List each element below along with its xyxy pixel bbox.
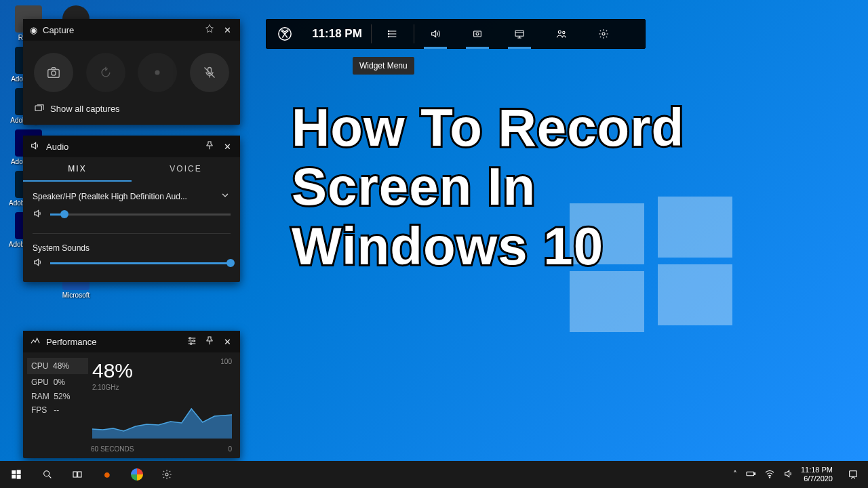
svg-rect-26	[747, 472, 754, 475]
taskbar-clock[interactable]: 11:18 PM 6/7/2020	[801, 466, 838, 483]
widget-menu-tooltip: Widget Menu	[353, 57, 414, 75]
system-sounds-label: System Sounds	[23, 237, 240, 253]
settings-button[interactable]	[583, 19, 625, 49]
record-last-button[interactable]	[86, 53, 125, 92]
svg-point-17	[190, 342, 192, 344]
svg-point-2	[388, 33, 389, 34]
battery-icon[interactable]	[745, 468, 756, 481]
taskbar-app[interactable]	[152, 461, 182, 488]
taskbar-app[interactable]: ●	[92, 461, 122, 488]
game-bar: 11:18 PM	[266, 19, 646, 49]
svg-point-11	[52, 71, 56, 75]
notifications-button[interactable]	[838, 461, 868, 488]
svg-rect-6	[515, 30, 524, 36]
game-bar-time: 11:18 PM	[303, 19, 371, 49]
performance-button[interactable]	[498, 19, 540, 49]
audio-button[interactable]	[414, 19, 456, 49]
options-icon[interactable]	[186, 336, 198, 348]
pin-icon[interactable]	[203, 24, 216, 37]
perf-stats: CPU 48% GPU 0% RAM 52% FPS --	[31, 359, 84, 439]
close-icon[interactable]: ✕	[221, 337, 233, 347]
audio-widget: Audio ✕ MIX VOICE Speaker/HP (Realtek Hi…	[23, 136, 240, 282]
svg-rect-27	[754, 472, 755, 474]
svg-point-5	[476, 33, 479, 35]
search-button[interactable]	[33, 461, 62, 488]
svg-rect-24	[78, 472, 81, 477]
capture-icon: ◉	[30, 25, 37, 35]
pin-icon[interactable]	[203, 336, 216, 348]
svg-point-15	[189, 337, 191, 339]
task-view-button[interactable]	[62, 461, 92, 488]
taskbar-app[interactable]	[122, 461, 152, 488]
taskbar: ● ˄ 11:18 PM 6/7/2020	[0, 461, 868, 488]
tab-mix[interactable]: MIX	[23, 157, 132, 182]
tab-voice[interactable]: VOICE	[132, 157, 240, 182]
svg-rect-29	[850, 471, 857, 477]
chevron-down-icon[interactable]	[214, 190, 231, 203]
performance-widget: Performance ✕ CPU 48% GPU 0% RAM 52% FPS…	[23, 331, 240, 458]
show-all-captures-link[interactable]: Show all captures	[30, 100, 233, 118]
wifi-icon[interactable]	[764, 468, 775, 481]
svg-rect-18	[12, 470, 16, 474]
performance-title: Performance	[46, 337, 180, 347]
svg-point-7	[558, 30, 561, 33]
widget-menu-button[interactable]	[372, 19, 414, 49]
screenshot-button[interactable]	[34, 53, 73, 92]
record-button[interactable]	[138, 53, 177, 92]
speaker-icon	[33, 208, 43, 221]
system-tray[interactable]: ˄	[726, 468, 801, 481]
device-volume-slider[interactable]	[50, 214, 231, 216]
speaker-icon	[33, 257, 43, 270]
perf-max-scale: 100	[220, 358, 232, 365]
start-button[interactable]	[0, 461, 33, 488]
svg-rect-14	[35, 106, 41, 110]
svg-rect-19	[17, 470, 21, 474]
thumbnail-title: How To Record Screen In Windows 10	[292, 98, 684, 276]
audio-title: Audio	[46, 142, 198, 152]
perf-axis-left: 60 SECONDS	[91, 445, 134, 453]
xbox-icon[interactable]	[267, 19, 303, 49]
svg-point-22	[44, 471, 50, 476]
audio-device-name: Speaker/HP (Realtek High Definition Aud.…	[33, 192, 214, 201]
svg-point-8	[563, 31, 565, 33]
capture-widget: ◉ Capture ✕ Show all captures	[23, 19, 240, 125]
svg-rect-20	[12, 475, 16, 479]
perf-chart: 48% 2.10GHz 100	[92, 359, 232, 439]
svg-rect-23	[73, 472, 77, 477]
audio-icon	[30, 140, 41, 153]
svg-point-3	[388, 36, 389, 37]
close-icon[interactable]: ✕	[221, 142, 233, 152]
close-icon[interactable]: ✕	[221, 25, 233, 35]
system-volume-slider[interactable]	[50, 262, 231, 264]
svg-point-1	[388, 30, 389, 31]
svg-point-9	[602, 33, 605, 35]
perf-axis-right: 0	[228, 445, 232, 453]
xbox-social-button[interactable]	[540, 19, 583, 49]
pin-icon[interactable]	[203, 140, 216, 153]
perf-big-value: 48%	[92, 359, 232, 382]
svg-point-28	[769, 476, 770, 477]
performance-icon	[30, 336, 41, 348]
perf-freq: 2.10GHz	[92, 384, 232, 391]
svg-point-16	[193, 340, 195, 342]
mic-toggle-button[interactable]	[190, 53, 229, 92]
capture-title: Capture	[43, 25, 198, 35]
capture-button[interactable]	[456, 19, 498, 49]
tray-chevron-icon[interactable]: ˄	[733, 470, 737, 479]
volume-icon[interactable]	[783, 468, 794, 481]
svg-point-25	[165, 473, 168, 476]
svg-rect-4	[474, 31, 481, 37]
svg-point-12	[155, 70, 160, 75]
svg-rect-21	[17, 475, 21, 479]
